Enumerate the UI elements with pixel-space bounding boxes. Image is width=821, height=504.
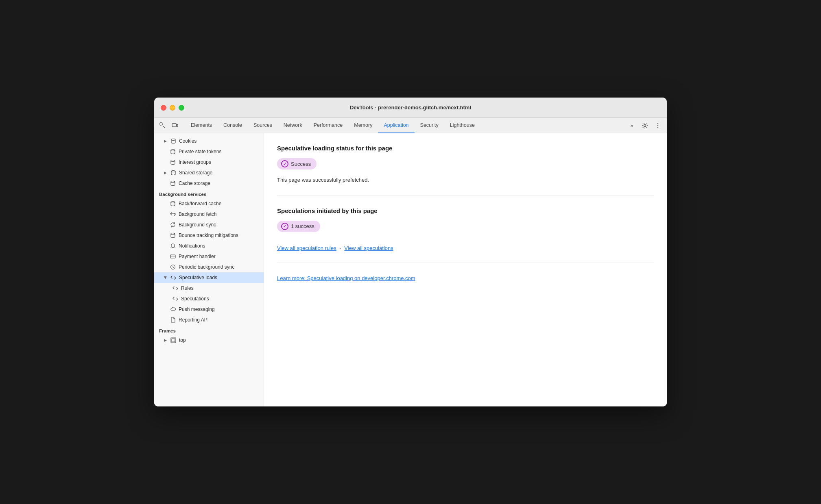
- tab-bar: Elements Console Sources Network Perform…: [154, 118, 667, 133]
- sidebar-label-background-fetch: Background fetch: [179, 211, 216, 217]
- badge-check-icon: ✓: [281, 160, 288, 167]
- sidebar-item-top-frame[interactable]: ▶ top: [154, 335, 264, 345]
- sidebar-label-periodic-background-sync: Periodic background sync: [179, 264, 234, 270]
- sidebar-item-speculative-loads[interactable]: ▶ Speculative loads: [154, 272, 264, 283]
- sidebar-item-background-fetch[interactable]: Background fetch: [154, 209, 264, 219]
- sidebar-label-cookies: Cookies: [179, 138, 197, 144]
- sidebar-item-rules[interactable]: Rules: [154, 283, 264, 293]
- svg-point-3: [644, 124, 646, 126]
- svg-point-7: [171, 139, 175, 141]
- svg-point-13: [171, 233, 175, 235]
- cylinder-icon: [170, 138, 177, 144]
- svg-rect-19: [172, 339, 175, 342]
- sidebar-item-payment-handler[interactable]: Payment handler: [154, 251, 264, 262]
- sidebar-item-speculations[interactable]: Speculations: [154, 293, 264, 304]
- svg-rect-2: [177, 124, 178, 126]
- sidebar-item-interest-groups[interactable]: Interest groups: [154, 157, 264, 167]
- sidebar-label-cache-storage: Cache storage: [179, 180, 210, 186]
- sidebar-label-rules: Rules: [181, 285, 194, 291]
- sidebar-label-reporting-api: Reporting API: [179, 317, 209, 323]
- sidebar-label-private-state-tokens: Private state tokens: [179, 149, 221, 154]
- cylinder-icon-5: [170, 180, 176, 187]
- cloud-icon: [170, 306, 176, 313]
- view-all-speculations-link[interactable]: View all speculations: [344, 245, 393, 251]
- speculations-icon: [172, 295, 179, 302]
- tab-performance[interactable]: Performance: [308, 118, 349, 133]
- more-options-icon[interactable]: [652, 120, 664, 131]
- sidebar-item-private-state-tokens[interactable]: Private state tokens: [154, 146, 264, 157]
- minimize-button[interactable]: [170, 105, 175, 111]
- doc-icon: [170, 317, 176, 323]
- speculative-loading-status-title: Speculative loading status for this page: [277, 145, 654, 152]
- frame-icon: [170, 337, 177, 343]
- sidebar-item-background-sync[interactable]: Background sync: [154, 219, 264, 230]
- sidebar-label-payment-handler: Payment handler: [179, 254, 216, 259]
- clock-icon: [170, 264, 176, 270]
- sidebar-item-push-messaging[interactable]: Push messaging: [154, 304, 264, 315]
- sidebar-item-reporting-api[interactable]: Reporting API: [154, 315, 264, 325]
- cylinder-icon-4: [170, 169, 177, 176]
- success-badge-label: Success: [291, 161, 311, 167]
- sidebar-label-interest-groups: Interest groups: [179, 159, 211, 165]
- sidebar-label-shared-storage: Shared storage: [179, 170, 212, 176]
- inspect-element-icon[interactable]: [157, 120, 168, 131]
- tab-security[interactable]: Security: [415, 118, 444, 133]
- tab-bar-right: »: [626, 120, 664, 131]
- tab-console[interactable]: Console: [218, 118, 248, 133]
- tab-lighthouse[interactable]: Lighthouse: [444, 118, 480, 133]
- right-panel: Speculative loading status for this page…: [264, 133, 667, 406]
- rules-icon: [172, 285, 179, 291]
- speculation-links-row: View all speculation rules · View all sp…: [277, 245, 654, 251]
- tab-application[interactable]: Application: [378, 118, 414, 133]
- expand-arrow-speculative-loads: ▶: [164, 276, 168, 279]
- tab-memory[interactable]: Memory: [348, 118, 378, 133]
- maximize-button[interactable]: [179, 105, 184, 111]
- speculative-loading-status-section: Speculative loading status for this page…: [277, 145, 654, 196]
- sidebar-item-back-forward-cache[interactable]: Back/forward cache: [154, 198, 264, 209]
- settings-icon[interactable]: [639, 120, 651, 131]
- svg-point-5: [657, 125, 658, 126]
- bell-icon: [170, 243, 176, 249]
- main-content: ▶ Cookies Private state tokens: [154, 133, 667, 406]
- tab-network[interactable]: Network: [278, 118, 308, 133]
- sidebar-item-bounce-tracking[interactable]: Bounce tracking mitigations: [154, 230, 264, 241]
- window-title: DevTools - prerender-demos.glitch.me/nex…: [350, 104, 471, 111]
- cylinder-icon-6: [170, 200, 176, 207]
- speculations-initiated-section: Speculations initiated by this page ✓ 1 …: [277, 207, 654, 263]
- expand-arrow-cookies: ▶: [164, 139, 167, 143]
- sidebar-item-cookies[interactable]: ▶ Cookies: [154, 136, 264, 146]
- sidebar-label-speculations: Speculations: [181, 296, 209, 302]
- speculations-initiated-title: Speculations initiated by this page: [277, 207, 654, 214]
- tab-sources[interactable]: Sources: [248, 118, 278, 133]
- title-bar: DevTools - prerender-demos.glitch.me/nex…: [154, 98, 667, 118]
- learn-more-link[interactable]: Learn more: Speculative loading on devel…: [277, 275, 415, 281]
- sidebar-label-push-messaging: Push messaging: [179, 306, 215, 312]
- device-toolbar-icon[interactable]: [170, 120, 180, 131]
- sidebar-label-background-sync: Background sync: [179, 222, 216, 228]
- svg-point-9: [171, 160, 175, 162]
- sidebar-label-back-forward-cache: Back/forward cache: [179, 201, 221, 206]
- traffic-lights: [161, 105, 184, 111]
- svg-rect-15: [170, 255, 175, 258]
- expand-arrow-top: ▶: [164, 338, 167, 342]
- sidebar-item-shared-storage[interactable]: ▶ Shared storage: [154, 167, 264, 178]
- speculation-count-badge: ✓ 1 success: [277, 221, 320, 232]
- close-button[interactable]: [161, 105, 166, 111]
- svg-point-8: [171, 150, 175, 151]
- link-separator: ·: [340, 245, 341, 251]
- cylinder-icon-7: [170, 232, 176, 239]
- sidebar-item-cache-storage[interactable]: Cache storage: [154, 178, 264, 189]
- sidebar-item-periodic-background-sync[interactable]: Periodic background sync: [154, 262, 264, 272]
- svg-point-10: [171, 171, 175, 172]
- sidebar-label-speculative-loads: Speculative loads: [179, 275, 217, 280]
- view-all-speculation-rules-link[interactable]: View all speculation rules: [277, 245, 336, 251]
- svg-point-11: [171, 181, 175, 183]
- cylinder-icon-2: [170, 148, 176, 155]
- more-tabs-icon[interactable]: »: [626, 120, 638, 131]
- badge-check-icon-2: ✓: [281, 223, 288, 230]
- card-icon: [170, 253, 176, 260]
- speculative-loading-desc: This page was successfully prefetched.: [277, 176, 654, 184]
- sidebar-item-notifications[interactable]: Notifications: [154, 241, 264, 251]
- tab-elements[interactable]: Elements: [185, 118, 218, 133]
- success-status-badge: ✓ Success: [277, 158, 317, 169]
